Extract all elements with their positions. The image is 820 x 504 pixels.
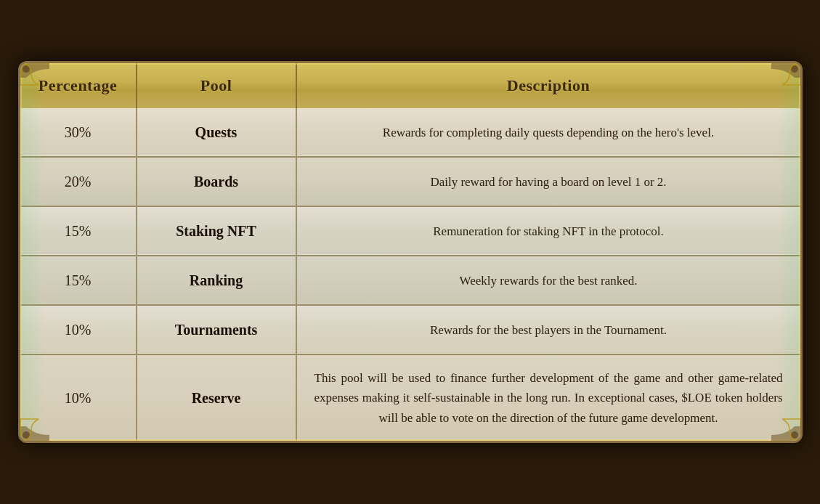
cell-description: Remuneration for staking NFT in the prot… [296,206,800,256]
corner-decoration-tr [771,63,800,92]
rewards-table: Percentage Pool Description 30%QuestsRew… [20,63,800,441]
cell-percentage: 30% [20,108,137,157]
table-row: 20%BoardsDaily reward for having a board… [20,157,800,206]
cell-description: Weekly rewards for the best ranked. [296,256,800,305]
corner-decoration-bl [20,412,49,441]
table-row: 15%RankingWeekly rewards for the best ra… [20,256,800,305]
corner-decoration-tl [20,63,49,92]
cell-description: Rewards for the best players in the Tour… [296,305,800,354]
cell-percentage: 10% [20,305,137,354]
cell-pool: Reserve [137,354,296,441]
table-row: 10%TournamentsRewards for the best playe… [20,305,800,354]
cell-pool: Tournaments [137,305,296,354]
cell-description: Daily reward for having a board on level… [296,157,800,206]
cell-pool: Boards [137,157,296,206]
header-pool: Pool [137,63,296,108]
table-row: 15%Staking NFTRemuneration for staking N… [20,206,800,256]
table-row: 30%QuestsRewards for completing daily qu… [20,108,800,157]
cell-percentage: 15% [20,256,137,305]
cell-description: Rewards for completing daily quests depe… [296,108,800,157]
table-header-row: Percentage Pool Description [20,63,800,108]
rewards-table-container: Percentage Pool Description 30%QuestsRew… [18,61,803,443]
header-description: Description [296,63,800,108]
cell-pool: Quests [137,108,296,157]
cell-percentage: 20% [20,157,137,206]
cell-pool: Ranking [137,256,296,305]
table-row: 10%ReserveThis pool will be used to fina… [20,354,800,441]
cell-pool: Staking NFT [137,206,296,256]
corner-decoration-br [771,412,800,441]
cell-description: This pool will be used to finance furthe… [296,354,800,441]
cell-percentage: 15% [20,206,137,256]
